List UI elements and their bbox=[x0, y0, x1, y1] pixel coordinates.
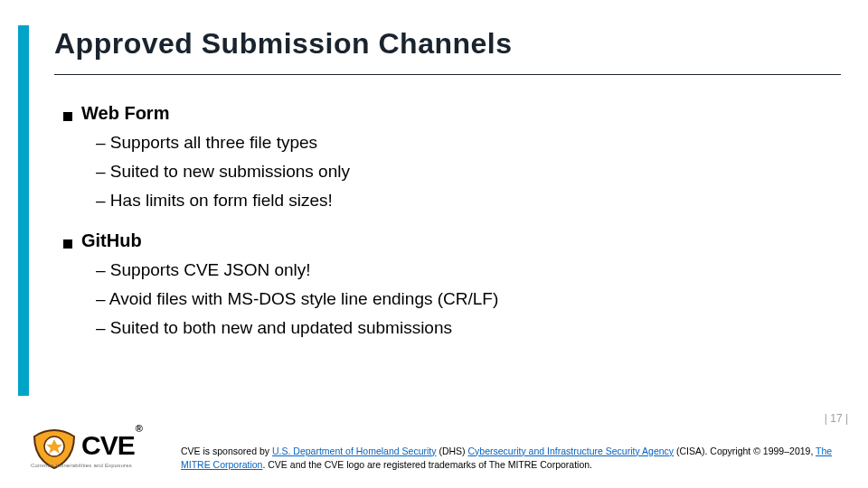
page-number: | 17 | bbox=[825, 412, 848, 425]
footer-link-dhs[interactable]: U.S. Department of Homeland Security bbox=[272, 446, 437, 456]
bullet-heading-label: GitHub bbox=[81, 230, 142, 251]
sub-bullet: Avoid files with MS-DOS style line endin… bbox=[96, 289, 823, 309]
slide-title: Approved Submission Channels bbox=[54, 27, 832, 61]
bullet-heading-web-form: Web Form bbox=[63, 103, 823, 124]
footer-post: . CVE and the CVE logo are registered tr… bbox=[262, 459, 592, 470]
footer-mid1: (DHS) bbox=[436, 446, 467, 456]
sub-bullet: Has limits on form field sizes! bbox=[96, 191, 823, 211]
bullet-heading-label: Web Form bbox=[81, 103, 169, 124]
square-bullet-icon bbox=[63, 239, 72, 249]
sub-bullet: Supports all three file types bbox=[96, 133, 823, 153]
logo-label: CVE bbox=[81, 430, 135, 460]
sub-bullet: Suited to new submissions only bbox=[96, 162, 823, 182]
cve-logo: CVE® Common Vulnerabilities and Exposure… bbox=[31, 427, 157, 474]
accent-bar bbox=[18, 25, 29, 396]
footer-mid2: (CISA). Copyright © 1999–2019, bbox=[674, 446, 816, 456]
sub-bullet: Supports CVE JSON only! bbox=[96, 260, 823, 280]
title-rule bbox=[54, 74, 841, 75]
logo-tagline: Common Vulnerabilities and Exposures bbox=[31, 463, 166, 468]
slide-body: Web Form Supports all three file types S… bbox=[63, 98, 823, 338]
title-area: Approved Submission Channels bbox=[54, 27, 832, 61]
footer-link-cisa[interactable]: Cybersecurity and Infrastructure Securit… bbox=[467, 446, 674, 456]
sub-bullet: Suited to both new and updated submissio… bbox=[96, 318, 823, 338]
footer-text: CVE is sponsored by U.S. Department of H… bbox=[181, 445, 841, 472]
slide: Approved Submission Channels Web Form Su… bbox=[0, 0, 868, 488]
square-bullet-icon bbox=[63, 112, 72, 121]
registered-icon: ® bbox=[136, 423, 142, 434]
bullet-heading-github: GitHub bbox=[63, 230, 823, 251]
footer-pre: CVE is sponsored by bbox=[181, 446, 272, 456]
logo-text: CVE® bbox=[81, 430, 141, 461]
